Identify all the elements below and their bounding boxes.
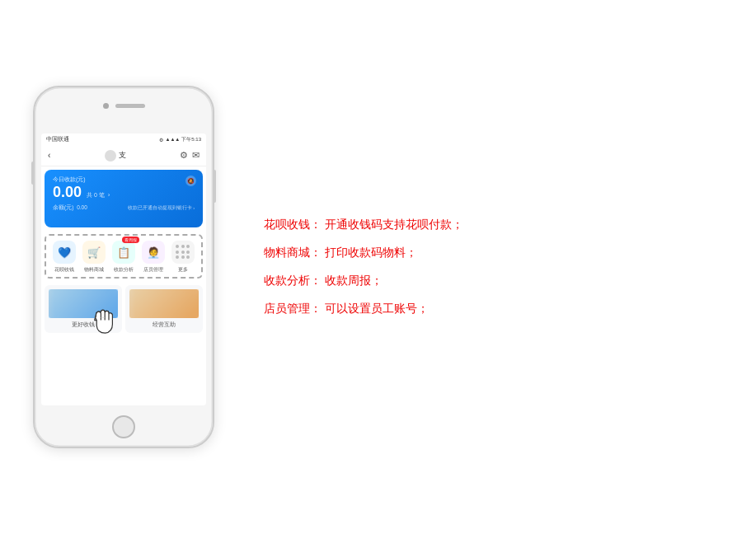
store-icon: 🛒 <box>82 241 106 264</box>
balance-text: 余额(元) 0.00 <box>53 204 87 212</box>
phone-speaker <box>115 104 145 108</box>
phone-mockup: 中国联通 ⚙ ▲▲▲ 下午5:13 ‹ 支 ⚙ ✉ <box>33 86 214 448</box>
user-label: 支 <box>119 150 126 161</box>
desc-line-0: 花呗收钱： 开通收钱码支持花呗付款； <box>264 215 723 235</box>
more-label: 更多 <box>178 266 188 274</box>
menu-item-more[interactable]: 更多 <box>171 241 195 274</box>
settings-icon[interactable]: ⚙ <box>180 150 188 161</box>
back-button[interactable]: ‹ <box>48 151 50 160</box>
desc-key-3: 店员管理： <box>264 302 322 315</box>
dots-grid <box>176 245 190 260</box>
store-label: 物料商城 <box>84 266 104 274</box>
carrier-text: 中国联通 <box>46 136 69 143</box>
blur-overlay-1 <box>129 289 199 318</box>
desc-val-0: 开通收钱码支持花呗付款； <box>325 218 463 231</box>
mail-icon[interactable]: ✉ <box>192 150 200 161</box>
avatar <box>105 150 116 162</box>
lower-card-1[interactable]: 经营互助 <box>125 285 203 333</box>
desc-line-3: 店员管理： 可以设置员工账号； <box>264 299 723 319</box>
lower-card-label-1: 经营互助 <box>129 321 199 329</box>
card-amount: 0.00 <box>53 184 82 202</box>
desc-line-2: 收款分析： 收款周报； <box>264 271 723 291</box>
feature-menu-row: 💙 花呗收钱 🛒 物料商城 📋 看周报 收款 <box>45 234 203 279</box>
desc-key-2: 收款分析： <box>264 274 322 287</box>
more-icon <box>171 241 195 264</box>
user-name-area: 支 <box>105 150 126 162</box>
staff-icon: 🧑‍💼 <box>142 241 165 264</box>
analysis-label: 收款分析 <box>114 266 134 274</box>
desc-key-1: 物料商城： <box>264 246 322 259</box>
lower-card-0[interactable]: 更好收钱 <box>45 285 122 333</box>
phone-screen: 中国联通 ⚙ ▲▲▲ 下午5:13 ‹ 支 ⚙ ✉ <box>41 134 206 405</box>
analysis-icon: 📋 看周报 <box>112 241 135 264</box>
menu-item-huabei[interactable]: 💙 花呗收钱 <box>52 241 77 274</box>
status-bar: 中国联通 ⚙ ▲▲▲ 下午5:13 <box>41 134 206 145</box>
card-title: 今日收款(元) <box>53 176 195 184</box>
huabei-label: 花呗收钱 <box>54 266 74 274</box>
wifi-icon: ⚙ <box>159 137 163 143</box>
desc-line-1: 物料商城： 打印收款码物料； <box>264 243 723 263</box>
desc-val-2: 收款周报； <box>325 274 383 287</box>
menu-item-staff[interactable]: 🧑‍💼 店员管理 <box>141 241 166 274</box>
description-panel: 花呗收钱： 开通收钱码支持花呗付款； 物料商城： 打印收款码物料； 收款分析： … <box>247 215 723 318</box>
notice-text: 收款已开通自动提现到银行卡 › <box>128 205 195 211</box>
app-header: ‹ 支 ⚙ ✉ <box>41 145 206 166</box>
huabei-icon: 💙 <box>53 241 76 264</box>
desc-val-1: 打印收款码物料； <box>325 246 417 259</box>
menu-item-analysis[interactable]: 📋 看周报 收款分析 <box>111 241 136 274</box>
blur-overlay-0 <box>49 289 118 318</box>
weekly-badge: 看周报 <box>122 237 139 243</box>
staff-label: 店员管理 <box>143 266 163 274</box>
phone-top-bar <box>35 97 213 114</box>
lower-card-label-0: 更好收钱 <box>49 321 118 329</box>
time-text: 下午5:13 <box>181 136 201 143</box>
phone-camera <box>103 103 109 109</box>
phone-home-button[interactable] <box>112 415 135 438</box>
lower-section: 更好收钱 经营互助 <box>41 282 206 405</box>
signal-icon: ▲▲▲ <box>165 137 180 142</box>
lower-card-img-1 <box>129 289 199 318</box>
lower-card-img-0 <box>49 289 118 318</box>
page-wrapper: 中国联通 ⚙ ▲▲▲ 下午5:13 ‹ 支 ⚙ ✉ <box>0 0 756 534</box>
header-icons: ⚙ ✉ <box>180 150 200 161</box>
card-bottom: 余额(元) 0.00 收款已开通自动提现到银行卡 › <box>53 204 195 212</box>
card-arrow: › <box>108 191 110 199</box>
desc-key-0: 花呗收钱： <box>264 218 322 231</box>
desc-val-3: 可以设置员工账号； <box>325 302 429 315</box>
lower-card-grid: 更好收钱 经营互助 <box>45 285 203 333</box>
card-count: 共 0 笔 <box>87 191 105 199</box>
status-icons: ⚙ ▲▲▲ 下午5:13 <box>159 136 201 143</box>
today-receipt-card: 🔕 今日收款(元) 0.00 共 0 笔 › 余额(元) 0.00 收款已开通自… <box>45 170 203 227</box>
menu-item-store[interactable]: 🛒 物料商城 <box>82 241 106 274</box>
